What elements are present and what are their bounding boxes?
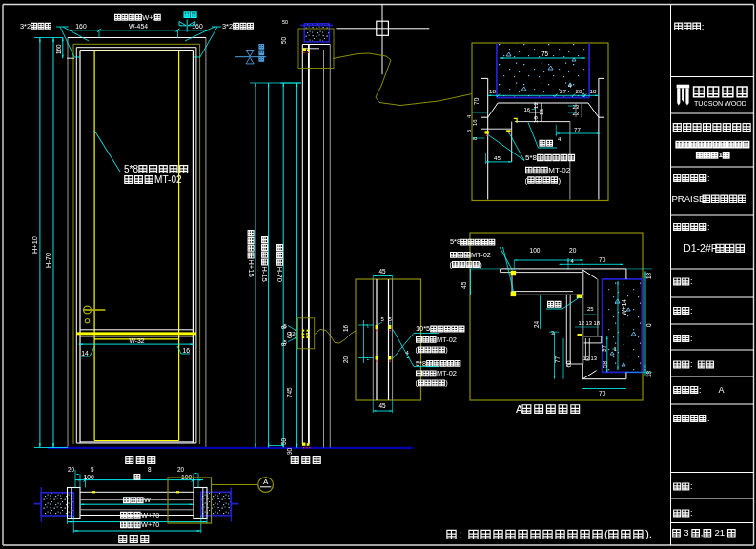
svg-text::: : [707,222,709,232]
svg-text:45: 45 [460,281,467,289]
svg-text:TUCSON WOOD: TUCSON WOOD [694,99,746,108]
svg-text:8: 8 [148,466,152,473]
svg-text:50: 50 [280,36,287,44]
svg-text:): ) [559,176,562,185]
svg-text:50: 50 [282,19,288,25]
svg-text:W-454: W-454 [129,23,148,30]
svg-text:MT-02: MT-02 [154,174,182,185]
svg-text:13: 13 [591,356,597,361]
svg-text:100: 100 [84,474,95,480]
svg-text:160: 160 [192,23,203,30]
svg-text:14: 14 [81,350,89,356]
svg-text::: : [690,276,692,286]
svg-text:18: 18 [645,370,652,377]
svg-text::: : [690,508,692,518]
svg-text::: : [707,414,709,423]
svg-text:W+14: W+14 [621,299,627,315]
svg-text:18: 18 [645,272,652,279]
svg-text:H-70: H-70 [44,253,52,268]
svg-text:160: 160 [75,23,87,30]
svg-text:PRAISE: PRAISE [672,193,705,204]
svg-text:16: 16 [472,119,478,126]
svg-text:): ) [445,345,447,354]
svg-text:MT-02: MT-02 [471,251,491,259]
svg-text:18: 18 [594,320,600,326]
svg-text:160: 160 [55,44,62,54]
svg-text:97: 97 [601,344,607,352]
svg-text:50: 50 [280,437,287,445]
svg-text:A: A [719,385,725,395]
svg-text:20: 20 [342,356,349,363]
svg-text:5: 5 [91,466,94,473]
svg-text:45: 45 [494,154,501,161]
svg-text:H-15: H-15 [260,266,269,282]
svg-text:13: 13 [586,320,592,326]
svg-text:77: 77 [574,126,581,132]
svg-text:): ) [480,260,481,269]
svg-text:45: 45 [379,268,387,274]
svg-text::: : [699,385,701,395]
svg-text:1: 1 [718,151,723,159]
svg-text:3*2: 3*2 [20,22,31,30]
svg-text:745: 745 [286,387,293,397]
svg-text:(: ( [604,527,608,539]
svg-text:13: 13 [583,356,589,361]
svg-text:A: A [263,478,269,486]
svg-text:21: 21 [712,527,727,538]
svg-text:H-70: H-70 [276,266,284,282]
svg-text::: : [690,359,697,369]
svg-text:12: 12 [579,320,584,326]
svg-text:25: 25 [587,306,594,312]
svg-text:W+70: W+70 [141,520,160,529]
svg-text:13: 13 [538,109,544,115]
svg-text:58: 58 [602,360,608,368]
svg-text::: : [690,334,692,343]
svg-text:,: , [701,527,704,538]
svg-text:).: ). [645,527,652,539]
svg-text:5*8: 5*8 [525,153,538,162]
svg-text:3: 3 [551,330,554,336]
svg-text:60: 60 [565,360,572,368]
svg-text:D1-2#P: D1-2#P [684,242,718,254]
svg-text::: : [707,173,709,183]
svg-text:3*2: 3*2 [222,22,233,30]
svg-text:16: 16 [524,107,531,112]
svg-text:70: 70 [599,390,606,396]
svg-text:): ) [445,378,447,387]
svg-text:H+10: H+10 [31,236,39,254]
svg-text:12: 12 [532,102,539,109]
svg-text::: : [690,306,692,315]
svg-text:70: 70 [599,256,606,263]
svg-text::: : [459,527,468,539]
svg-text:70: 70 [473,97,480,105]
svg-text:16: 16 [342,324,349,332]
svg-text:18: 18 [489,88,496,94]
svg-text:20: 20 [576,88,582,94]
svg-text:MT-02: MT-02 [437,369,457,377]
svg-text:H+15: H+15 [247,259,255,276]
svg-text:MT-02: MT-02 [437,336,457,344]
svg-text:100: 100 [530,247,541,254]
svg-text:0: 0 [645,323,652,327]
svg-text:90: 90 [286,447,293,455]
svg-text:W-32: W-32 [129,337,144,344]
svg-text:W+70: W+70 [141,511,160,519]
svg-text:45: 45 [379,402,387,409]
svg-text:5*8: 5*8 [450,237,460,246]
svg-text:W: W [144,496,151,504]
svg-text:18: 18 [532,116,539,123]
svg-text:23: 23 [573,104,580,110]
svg-text:27: 27 [560,88,566,94]
svg-text:20: 20 [68,466,75,473]
svg-text::: : [690,481,692,491]
svg-text:16: 16 [183,347,191,354]
svg-text::: : [702,21,705,31]
svg-text:100: 100 [181,474,193,480]
svg-text:23: 23 [573,111,580,116]
svg-text:MT-02: MT-02 [548,166,570,174]
svg-text:75: 75 [541,51,549,57]
svg-text:20: 20 [177,466,185,473]
svg-text:18: 18 [590,88,597,94]
svg-text:20: 20 [569,247,577,254]
svg-text:10*5: 10*5 [416,324,430,333]
